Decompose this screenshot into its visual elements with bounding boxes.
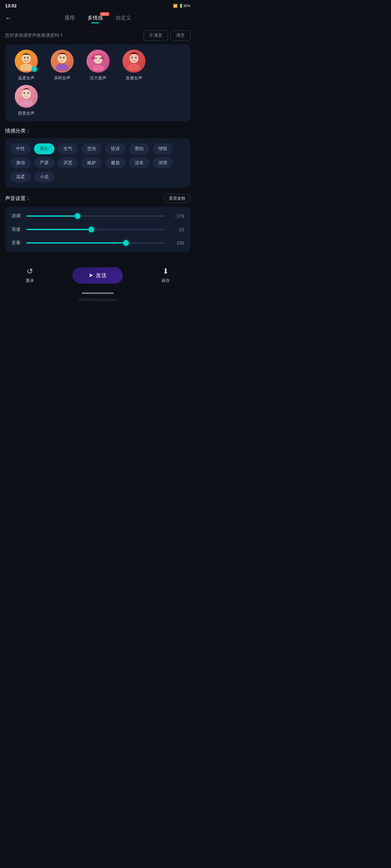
volume-slider-thumb <box>123 240 129 246</box>
svg-point-16 <box>101 56 105 60</box>
svg-point-18 <box>128 64 140 71</box>
nav-tabs: ← 通用 多情感 NEW 自定义 <box>0 11 196 24</box>
speed-slider-track[interactable] <box>26 229 165 230</box>
svg-point-14 <box>99 58 101 59</box>
svg-point-6 <box>56 64 68 71</box>
volume-slider-row: 音量 150 <box>11 240 184 246</box>
data-speed-icon: 📶 <box>173 4 177 8</box>
selected-check: ✓ <box>31 66 37 72</box>
svg-point-23 <box>20 99 33 106</box>
battery-icon: 🔋30% <box>179 4 190 8</box>
dissatisfied-button[interactable]: 不满意 <box>144 30 168 41</box>
emotion-gentle[interactable]: 温柔 <box>10 172 31 182</box>
speed-slider-row: 语速 -23 <box>11 226 184 232</box>
emotion-container: 中性 开心 生气 悲伤 惊讶 害怕 憎恨 激动 严肃 厌恶 嫉妒 尴尬 沮丧 深… <box>5 138 190 188</box>
record-label: 重录 <box>26 278 34 284</box>
svg-point-8 <box>60 57 61 59</box>
tone-slider-row: 语调 -179 <box>11 213 184 219</box>
emotion-hate[interactable]: 憎恨 <box>152 144 173 154</box>
voice-avatar-lively <box>86 50 110 73</box>
send-icon: ➤ <box>88 272 93 279</box>
emotion-disgusted[interactable]: 厌恶 <box>58 157 78 168</box>
voice-card-sweet-female[interactable]: 甜美女声 <box>10 85 42 116</box>
svg-point-9 <box>63 57 65 59</box>
voice-card-lively-child[interactable]: 活力童声 <box>82 50 114 81</box>
voice-label-lively: 活力童声 <box>90 75 106 81</box>
back-button[interactable]: ← <box>5 14 11 22</box>
emotion-angry[interactable]: 生气 <box>58 144 78 154</box>
status-time: 13:02 <box>5 3 17 8</box>
emotion-neutral[interactable]: 中性 <box>10 144 31 154</box>
sound-settings-container: 语调 -179 语速 -23 音量 150 <box>5 207 190 252</box>
bottom-home-indicator <box>82 292 114 294</box>
volume-label: 音量 <box>11 240 21 246</box>
bottom-nav-bar <box>0 290 196 297</box>
speed-label: 语速 <box>11 226 21 232</box>
voice-avatar-friendly <box>51 50 74 73</box>
emotion-serious[interactable]: 严肃 <box>34 157 55 168</box>
satisfaction-buttons: 不满意 满意 <box>144 30 190 41</box>
send-label: 发送 <box>96 272 107 279</box>
svg-point-20 <box>131 57 133 59</box>
satisfaction-question: 您对多情感变声效果满意吗？ <box>5 33 63 38</box>
tone-slider-track[interactable] <box>26 215 165 217</box>
voice-label-sweet: 甜美女声 <box>18 111 35 116</box>
emotion-affectionate[interactable]: 深情 <box>152 157 173 168</box>
emotion-jealous[interactable]: 嫉妒 <box>81 157 102 168</box>
satisfaction-section: 您对多情感变声效果满意吗？ 不满意 满意 <box>0 24 196 44</box>
emotion-happy[interactable]: 开心 <box>34 144 55 154</box>
save-label: 保存 <box>162 278 170 284</box>
new-badge: NEW <box>100 12 109 16</box>
tone-slider-fill <box>26 215 75 217</box>
bottom-toolbar: ↺ 重录 ➤ 发送 ⬇ 保存 <box>0 262 196 290</box>
sound-settings-header: 声音设置： 重置参数 <box>0 188 196 207</box>
svg-point-21 <box>135 57 137 59</box>
send-button[interactable]: ➤ 发送 <box>73 267 123 284</box>
emotion-awkward[interactable]: 尴尬 <box>105 157 125 168</box>
speed-slider-thumb <box>88 226 94 232</box>
voice-avatar-warm: ✓ <box>15 50 38 73</box>
voice-label-friendly: 亲和女声 <box>54 75 71 81</box>
emotion-scared[interactable]: 害怕 <box>129 144 149 154</box>
sound-settings-title: 声音设置： <box>5 195 31 202</box>
speed-slider-value: -23 <box>170 227 184 232</box>
footer-text: 流星社区-bbs.liuxingw.com <box>0 297 196 305</box>
emotion-section-title: 情感分类： <box>0 121 196 138</box>
tab-duoqinggan[interactable]: 多情感 NEW <box>87 15 103 22</box>
speed-slider-fill <box>26 229 88 230</box>
voice-card-friendly-female[interactable]: 亲和女声 <box>46 50 78 81</box>
svg-point-4 <box>27 57 29 59</box>
volume-slider-fill <box>26 242 123 244</box>
svg-point-25 <box>23 92 25 94</box>
emotion-novel[interactable]: 小说 <box>34 172 55 182</box>
emotion-excited[interactable]: 激动 <box>10 157 31 168</box>
voice-card-live-female[interactable]: 直播女声 <box>118 50 150 81</box>
volume-slider-value: 150 <box>170 240 184 246</box>
tone-label: 语调 <box>11 213 21 219</box>
status-bar: 13:02 📶 🔋30% <box>0 0 196 11</box>
voice-avatar-sweet <box>15 85 38 108</box>
voice-cards-grid: ✓ 温柔女声 亲和女声 <box>10 50 185 116</box>
svg-point-15 <box>91 56 95 60</box>
volume-slider-track[interactable] <box>26 242 165 244</box>
satisfied-button[interactable]: 满意 <box>170 30 190 41</box>
voice-card-warm-female[interactable]: ✓ 温柔女声 <box>10 50 42 81</box>
emotion-grid: 中性 开心 生气 悲伤 惊讶 害怕 憎恨 激动 严肃 厌恶 嫉妒 尴尬 沮丧 深… <box>10 144 185 182</box>
svg-point-13 <box>95 58 97 59</box>
tab-zidingyi[interactable]: 自定义 <box>116 15 131 22</box>
reset-params-button[interactable]: 重置参数 <box>164 194 190 203</box>
emotion-lost[interactable]: 沮丧 <box>129 157 149 168</box>
tab-tongyong[interactable]: 通用 <box>64 15 75 22</box>
record-button[interactable]: ↺ 重录 <box>26 267 34 284</box>
svg-point-11 <box>92 65 104 71</box>
save-button[interactable]: ⬇ 保存 <box>162 267 170 284</box>
svg-point-1 <box>20 64 33 71</box>
record-icon: ↺ <box>27 267 33 276</box>
emotion-sad[interactable]: 悲伤 <box>81 144 102 154</box>
status-icons: 📶 🔋30% <box>173 4 190 8</box>
emotion-surprised[interactable]: 惊讶 <box>105 144 125 154</box>
svg-point-26 <box>27 92 29 94</box>
svg-point-3 <box>24 57 26 59</box>
tone-slider-value: -179 <box>170 214 184 219</box>
save-icon: ⬇ <box>163 267 169 276</box>
